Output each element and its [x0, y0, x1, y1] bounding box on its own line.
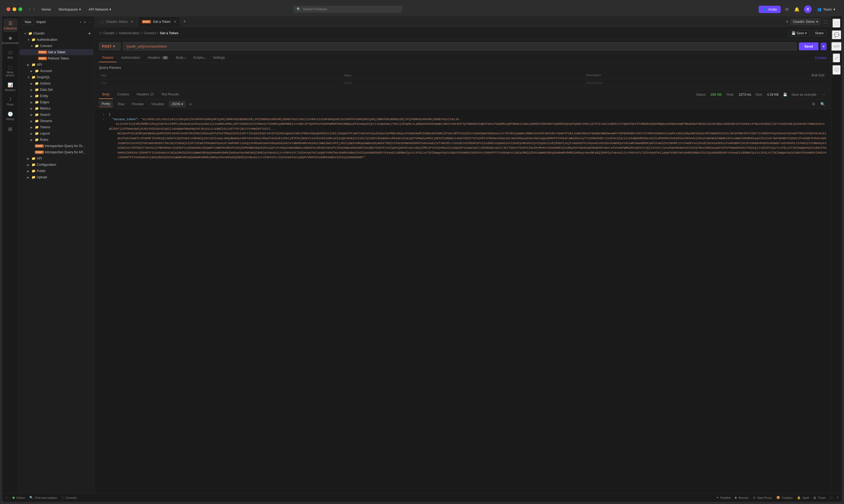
- format-tab-pretty[interactable]: Pretty: [99, 101, 113, 107]
- tree-item-tokens[interactable]: ▶ 📁 Tokens: [20, 124, 93, 130]
- settings-icon[interactable]: ⚙: [784, 6, 790, 13]
- tree-item-refresh-token[interactable]: ▶ POST Refresh Token: [20, 55, 93, 61]
- more-options-icon[interactable]: ···: [88, 20, 91, 24]
- tab-cluedin-demo[interactable]: ⬚ CluedIn: Demo ✕: [97, 16, 137, 27]
- api-network-dropdown[interactable]: API Network ▾: [87, 6, 113, 13]
- tab-overflow-icon[interactable]: ▾: [786, 20, 788, 24]
- resp-tab-body[interactable]: Body: [99, 90, 113, 99]
- tree-item-public[interactable]: ▶ 📁 Public: [20, 168, 93, 174]
- resp-tab-test-results[interactable]: Test Results: [158, 90, 182, 99]
- more-options-icon[interactable]: ···: [821, 91, 827, 98]
- tree-item-graphql[interactable]: ▼ 📁 GraphQL: [20, 74, 93, 80]
- cookies-link[interactable]: Cookies: [815, 56, 827, 60]
- tree-item-dataset[interactable]: ▶ 📁 Data Set: [20, 87, 93, 93]
- find-replace-button[interactable]: 🔍 Find and replace: [29, 496, 57, 499]
- cookies-button[interactable]: 🍪 Cookies: [776, 496, 793, 499]
- tab-settings[interactable]: Settings: [210, 54, 228, 62]
- team-dropdown[interactable]: 👥 Team ▾: [815, 6, 838, 13]
- tab-close-icon[interactable]: ✕: [174, 20, 177, 24]
- console-button[interactable]: ⬚ Console: [61, 496, 77, 499]
- sidebar-item-monitors[interactable]: 📊 Monitors: [3, 80, 17, 94]
- tab-close-icon[interactable]: ✕: [131, 20, 133, 24]
- save-example-button[interactable]: Save as example: [791, 93, 816, 96]
- description-input[interactable]: [586, 81, 824, 85]
- tree-item-rules[interactable]: ▶ 📁 Rules: [20, 137, 93, 143]
- home-link[interactable]: Home: [39, 6, 53, 13]
- tree-item-edges[interactable]: ▶ 📁 Edges: [20, 99, 93, 105]
- tree-item-api[interactable]: ▶ 📁 API: [20, 62, 93, 68]
- add-collection-icon[interactable]: +: [80, 20, 82, 24]
- tree-item-search[interactable]: ▶ 📁 Search: [20, 112, 93, 118]
- breadcrumb-folder2[interactable]: Connect: [144, 31, 156, 35]
- close-window-btn[interactable]: [6, 7, 10, 11]
- layout-toggle[interactable]: ⬚: [830, 496, 832, 499]
- tab-body[interactable]: Body ●: [173, 54, 189, 62]
- tree-item-entity[interactable]: ▶ 📁 Entity: [20, 93, 93, 99]
- vault-button[interactable]: 🔒 Vault: [797, 496, 809, 499]
- maximize-window-btn[interactable]: [18, 7, 22, 11]
- send-dropdown-button[interactable]: ▾: [821, 43, 827, 50]
- tree-item-authentication[interactable]: ▼ 📁 Authentication: [20, 37, 93, 43]
- breadcrumb-folder1[interactable]: Authentication: [119, 31, 140, 35]
- env-selector[interactable]: CluedIn: Demo ▾: [790, 19, 820, 25]
- tab-get-token[interactable]: POST Get a Token ✕: [138, 16, 181, 27]
- new-button[interactable]: New: [22, 19, 34, 25]
- info-icon[interactable]: ⓘ: [832, 65, 841, 75]
- workspaces-dropdown[interactable]: Workspaces ▾: [56, 6, 83, 13]
- layout-icon[interactable]: ⬚: [5, 496, 8, 499]
- sidebar-item-mock-servers[interactable]: ⬚ Mock servers: [3, 62, 17, 79]
- sort-icon[interactable]: ≡: [84, 20, 86, 24]
- format-tab-raw[interactable]: Raw: [115, 101, 127, 107]
- forward-btn[interactable]: ›: [32, 6, 36, 12]
- tab-headers[interactable]: Headers 10: [144, 54, 172, 62]
- expand-icon[interactable]: ⤢: [832, 53, 841, 63]
- tree-item-layout[interactable]: ▶ 📁 Layout: [20, 130, 93, 137]
- tree-item-upload[interactable]: ▶ 📁 Upload: [20, 174, 93, 180]
- format-lines-icon[interactable]: ≡: [187, 102, 193, 107]
- sidebar-item-apis[interactable]: ⬡ APIs: [3, 48, 17, 61]
- runner-button[interactable]: ▶ Runner: [735, 496, 749, 499]
- bulk-edit-button[interactable]: Bulk Edit: [812, 73, 824, 77]
- copy-icon[interactable]: ⧉: [811, 101, 816, 107]
- format-type-selector[interactable]: JSON ▾: [169, 101, 185, 107]
- tree-item-connect[interactable]: ▼ 📁 Connect: [20, 43, 93, 49]
- new-tab-button[interactable]: +: [181, 19, 188, 24]
- code-icon[interactable]: </>: [831, 42, 842, 51]
- send-button[interactable]: Send: [799, 42, 819, 50]
- tab-settings-icon[interactable]: ⬚: [823, 18, 829, 25]
- tab-scripts[interactable]: Scripts ●: [190, 54, 209, 62]
- help-button[interactable]: ?: [837, 496, 839, 499]
- trash-button[interactable]: 🗑 Trash: [813, 496, 826, 499]
- right-panel-toggle[interactable]: ⬚: [832, 18, 841, 28]
- avatar[interactable]: R: [804, 5, 812, 13]
- bell-icon[interactable]: 🔔: [793, 6, 801, 13]
- tree-item-introspection2[interactable]: ▶ POST Introspection Query for AP...: [20, 149, 93, 155]
- tree-item-introspection1[interactable]: ▶ POST Introspection Query for Or...: [20, 143, 93, 149]
- resp-tab-headers[interactable]: Headers 13: [133, 90, 157, 99]
- format-tab-visualize[interactable]: Visualize: [148, 101, 167, 107]
- invite-button[interactable]: 👤 Invite: [759, 6, 780, 13]
- tree-item-get-token[interactable]: ▶ POST Get a Token: [20, 49, 93, 55]
- tab-authorization[interactable]: Authorization: [118, 54, 143, 62]
- chat-icon[interactable]: 💬: [832, 30, 842, 40]
- tree-root-cluedin[interactable]: ▼ 📁 CluedIn ★: [20, 31, 93, 36]
- back-btn[interactable]: ‹: [28, 6, 31, 12]
- sidebar-add-button[interactable]: ⊞: [6, 124, 14, 134]
- tree-item-streams[interactable]: ▶ 📁 Streams: [20, 118, 93, 124]
- start-proxy-button[interactable]: ◎ Start Proxy: [753, 496, 772, 499]
- breadcrumb-collection[interactable]: CluedIn: [103, 31, 114, 35]
- value-input[interactable]: [344, 81, 582, 85]
- sidebar-item-collections[interactable]: ☰ Collections: [3, 18, 17, 32]
- save-button[interactable]: 💾 Send Save ▾: [789, 30, 810, 36]
- sidebar-item-flows[interactable]: ⤴ Flows: [3, 95, 17, 108]
- tree-item-metrics[interactable]: ▶ 📁 Metrics: [20, 106, 93, 111]
- minimize-window-btn[interactable]: [13, 7, 16, 11]
- import-button[interactable]: Import: [36, 20, 46, 24]
- method-selector[interactable]: POST ▾: [99, 42, 121, 50]
- search-icon[interactable]: 🔍: [819, 101, 827, 107]
- share-button[interactable]: Share: [812, 30, 827, 36]
- tree-item-account[interactable]: ▶ 📁 Account: [20, 68, 93, 74]
- tab-params[interactable]: Params: [99, 54, 116, 62]
- response-code-area[interactable]: 1 { 2 "access_token": "eyJhbGciOiJSUzI1N…: [95, 109, 831, 493]
- tree-item-configuration[interactable]: ▶ 📁 Configuration: [20, 162, 93, 168]
